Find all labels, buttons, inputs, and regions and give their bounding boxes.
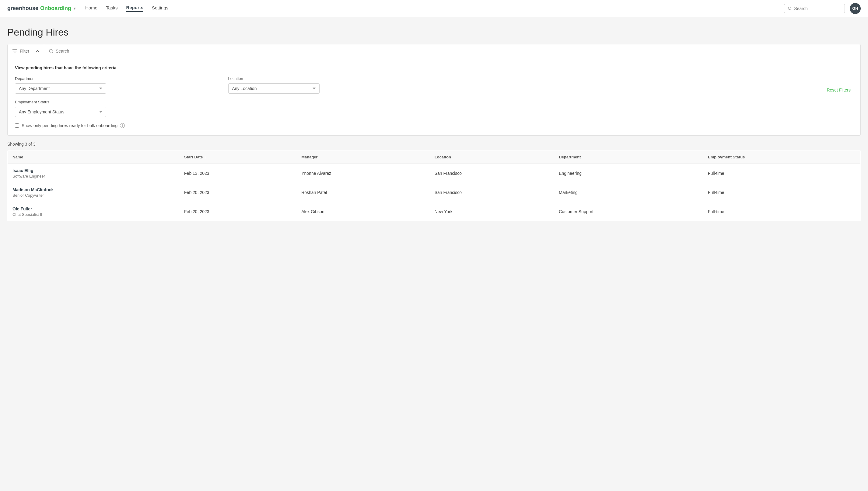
filter-chevron-up-icon: [36, 50, 39, 52]
employment-status-select[interactable]: Any Employment Status: [15, 107, 106, 117]
cell-name: Madison McClintock Senior Copywriter: [8, 183, 180, 202]
navbar: greenhouse Onboarding ▾ Home Tasks Repor…: [0, 0, 868, 17]
cell-employment-status: Full-time: [703, 164, 861, 183]
cell-department: Customer Support: [554, 202, 703, 221]
search-icon: [788, 6, 792, 11]
results-summary: Showing 3 of 3: [7, 142, 861, 147]
filter-reset-group: Reset Filters: [441, 76, 853, 94]
cell-name: Isaac Ellig Software Engineer: [8, 164, 180, 183]
cell-manager: Roshan Patel: [296, 183, 429, 202]
nav-settings[interactable]: Settings: [152, 5, 168, 11]
filter-body: View pending hires that have the followi…: [8, 58, 860, 135]
filter-panel: Filter View pending hires that have the …: [7, 44, 861, 136]
brand-onboarding-text: Onboarding: [40, 5, 71, 11]
table-row[interactable]: Ole Fuller Chat Specialist II Feb 20, 20…: [8, 202, 861, 221]
nav-home[interactable]: Home: [85, 5, 98, 11]
employee-title: Chat Specialist II: [12, 212, 42, 217]
col-department: Department: [554, 150, 703, 164]
employee-name: Isaac Ellig: [12, 168, 174, 173]
filter-label: Filter: [20, 49, 29, 54]
filter-search-area[interactable]: [44, 45, 860, 58]
department-select[interactable]: Any Department: [15, 83, 106, 94]
cell-department: Engineering: [554, 164, 703, 183]
brand-greenhouse-text: greenhouse: [7, 5, 38, 11]
cell-start-date: Feb 20, 2023: [179, 183, 296, 202]
page-content: Pending Hires Filter View pe: [0, 17, 868, 229]
cell-name: Ole Fuller Chat Specialist II: [8, 202, 180, 221]
filter-row-2: Employment Status Any Employment Status: [15, 100, 853, 117]
svg-point-2: [49, 49, 52, 52]
svg-point-0: [788, 7, 791, 9]
cell-location: San Francisco: [430, 183, 554, 202]
col-location: Location: [430, 150, 554, 164]
global-search[interactable]: [784, 4, 845, 13]
col-start-date[interactable]: Start Date ↑: [179, 150, 296, 164]
nav-tasks[interactable]: Tasks: [106, 5, 117, 11]
cell-employment-status: Full-time: [703, 202, 861, 221]
avatar[interactable]: GH: [850, 3, 861, 14]
brand-logo[interactable]: greenhouse Onboarding ▾: [7, 5, 76, 11]
cell-start-date: Feb 20, 2023: [179, 202, 296, 221]
col-name: Name: [8, 150, 180, 164]
filter-location-group: Location Any Location: [228, 76, 434, 94]
reset-filters-button[interactable]: Reset Filters: [824, 86, 853, 94]
employee-name: Madison McClintock: [12, 187, 174, 192]
filter-header: Filter: [8, 45, 860, 58]
filter-employment-group: Employment Status Any Employment Status: [15, 100, 853, 117]
filter-toggle[interactable]: Filter: [8, 45, 44, 58]
department-label: Department: [15, 76, 221, 81]
employee-title: Software Engineer: [12, 174, 45, 178]
bulk-onboarding-label: Show only pending hires ready for bulk o…: [22, 123, 117, 128]
col-manager: Manager: [296, 150, 429, 164]
filter-icon: [12, 49, 17, 53]
page-title: Pending Hires: [7, 27, 861, 38]
data-table: Name Start Date ↑ Manager Location Depar…: [7, 150, 861, 221]
table-header-row: Name Start Date ↑ Manager Location Depar…: [8, 150, 861, 164]
navbar-right: GH: [784, 3, 861, 14]
cell-employment-status: Full-time: [703, 183, 861, 202]
nav-links: Home Tasks Reports Settings: [85, 5, 774, 12]
cell-location: San Francisco: [430, 164, 554, 183]
cell-department: Marketing: [554, 183, 703, 202]
search-input[interactable]: [794, 6, 841, 11]
employee-name: Ole Fuller: [12, 206, 174, 211]
cell-manager: Ynonne Alvarez: [296, 164, 429, 183]
filter-department-group: Department Any Department: [15, 76, 221, 94]
svg-line-1: [791, 9, 792, 10]
sort-icon: ↑: [205, 155, 207, 159]
filter-description: View pending hires that have the followi…: [15, 65, 853, 70]
table-header: Name Start Date ↑ Manager Location Depar…: [8, 150, 861, 164]
cell-manager: Alex Gibson: [296, 202, 429, 221]
bulk-onboarding-info-icon[interactable]: i: [120, 123, 125, 128]
table-row[interactable]: Isaac Ellig Software Engineer Feb 13, 20…: [8, 164, 861, 183]
location-label: Location: [228, 76, 434, 81]
col-employment-status: Employment Status: [703, 150, 861, 164]
employee-title: Senior Copywriter: [12, 193, 44, 198]
cell-start-date: Feb 13, 2023: [179, 164, 296, 183]
cell-location: New York: [430, 202, 554, 221]
table-row[interactable]: Madison McClintock Senior Copywriter Feb…: [8, 183, 861, 202]
filter-search-input[interactable]: [56, 49, 856, 54]
bulk-onboarding-row: Show only pending hires ready for bulk o…: [15, 123, 853, 128]
table-body: Isaac Ellig Software Engineer Feb 13, 20…: [8, 164, 861, 221]
employment-status-label: Employment Status: [15, 100, 853, 104]
brand-chevron-icon: ▾: [74, 6, 76, 11]
bulk-onboarding-checkbox[interactable]: [15, 123, 19, 128]
filter-row-1: Department Any Department Location Any L…: [15, 76, 853, 94]
svg-line-3: [52, 52, 53, 53]
nav-reports[interactable]: Reports: [126, 5, 143, 12]
location-select[interactable]: Any Location: [228, 83, 320, 94]
filter-search-icon: [49, 49, 53, 53]
